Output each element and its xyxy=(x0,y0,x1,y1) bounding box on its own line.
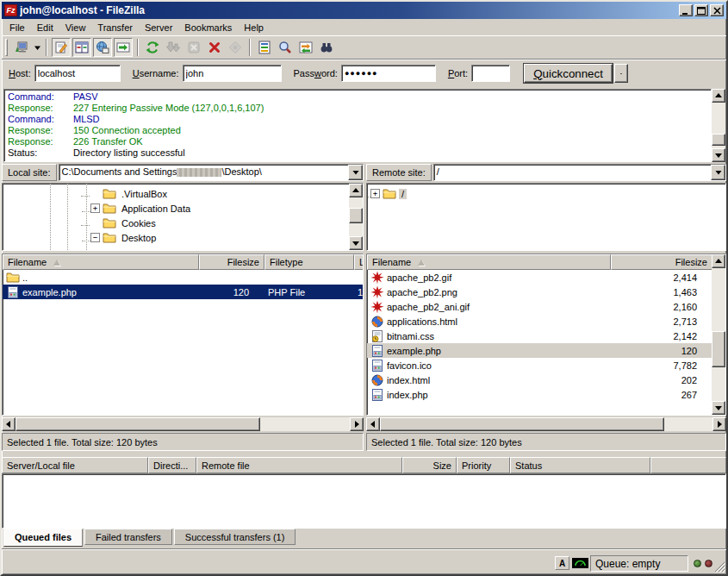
remote-scroll-right-button[interactable] xyxy=(712,417,726,431)
expand-plus-icon[interactable]: + xyxy=(370,189,380,198)
port-label: Port: xyxy=(448,68,468,78)
log-scrollbar[interactable] xyxy=(712,89,725,162)
toggle-remote-tree-button[interactable] xyxy=(93,38,112,57)
file-row-example-php[interactable]: example.php120 xyxy=(367,343,725,358)
column-header-filename[interactable]: Filename xyxy=(367,254,611,270)
menu-item-help[interactable]: Help xyxy=(238,21,270,34)
toggle-message-log-button[interactable] xyxy=(52,38,71,57)
column-header-filename[interactable]: Filename xyxy=(3,254,199,270)
toolbar-grip[interactable] xyxy=(5,39,8,56)
close-button[interactable] xyxy=(710,4,724,16)
queue-column-server-local-file[interactable]: Server/Local file xyxy=(2,457,148,473)
remote-scroll-down-button[interactable] xyxy=(712,401,725,415)
file-row-favicon-ico[interactable]: favicon.ico7,782 xyxy=(367,358,725,373)
refresh-button[interactable] xyxy=(143,38,162,57)
site-manager-button[interactable] xyxy=(12,38,31,57)
file-row-apache-pb2-png[interactable]: apache_pb2.png1,463 xyxy=(367,285,725,299)
find-files-button[interactable] xyxy=(317,38,336,57)
remote-scroll-thumb[interactable] xyxy=(712,331,725,367)
local-hscroll-thumb[interactable] xyxy=(16,417,260,431)
remote-hscrollbar[interactable] xyxy=(366,417,726,431)
maximize-button[interactable] xyxy=(694,4,708,16)
local-hscrollbar[interactable] xyxy=(2,417,364,431)
folder-icon xyxy=(383,187,396,201)
minimize-button[interactable] xyxy=(679,4,693,16)
log-scroll-down-button[interactable] xyxy=(712,148,725,162)
menu-item-view[interactable]: View xyxy=(59,21,92,34)
queue-column-size[interactable]: Size xyxy=(402,457,457,473)
remote-site-row: Remote site: / xyxy=(366,164,726,181)
tree-item--[interactable]: +/ xyxy=(367,186,725,201)
quickconnect-button[interactable]: Quickconnect xyxy=(524,64,613,83)
file-row--[interactable]: .. xyxy=(3,270,363,285)
local-scroll-right-button[interactable] xyxy=(350,417,364,431)
collapse-minus-icon[interactable]: − xyxy=(90,233,100,242)
log-scroll-up-button[interactable] xyxy=(712,89,725,103)
toggle-transfer-queue-button[interactable] xyxy=(114,38,133,57)
username-label: Username: xyxy=(133,68,179,78)
quickconnect-dropdown-button[interactable] xyxy=(614,64,628,83)
host-input[interactable] xyxy=(34,65,121,82)
expand-plus-icon[interactable]: + xyxy=(90,203,100,213)
remote-path-value[interactable]: / xyxy=(434,165,711,180)
remote-scroll-left-button[interactable] xyxy=(366,417,380,431)
resize-grip[interactable] xyxy=(714,561,725,574)
queue-column-remote-file[interactable]: Remote file xyxy=(196,457,402,473)
tree-item-application-data[interactable]: +Application Data xyxy=(3,201,363,216)
directory-comparison-button[interactable] xyxy=(276,38,295,57)
port-input[interactable] xyxy=(471,65,510,82)
disconnect-button[interactable] xyxy=(205,38,224,57)
site-manager-dropdown-button[interactable] xyxy=(32,38,42,57)
file-row-index-html[interactable]: index.html202 xyxy=(367,373,725,387)
queue-column-directi-[interactable]: Directi... xyxy=(148,457,196,473)
local-path-value[interactable]: C:\Documents and Settings\Desktop\ xyxy=(59,165,348,180)
file-row-apache-pb2-ani-gif[interactable]: apache_pb2_ani.gif2,160 xyxy=(367,299,725,314)
menu-item-transfer[interactable]: Transfer xyxy=(91,21,139,34)
toggle-local-tree-button[interactable] xyxy=(72,38,91,57)
file-row-applications-html[interactable]: applications.html2,713 xyxy=(367,314,725,329)
remote-hscroll-thumb[interactable] xyxy=(380,417,664,431)
column-header-filesize[interactable]: Filesize xyxy=(199,254,264,270)
local-site-combobox[interactable]: C:\Documents and Settings\Desktop\ xyxy=(59,164,364,181)
remote-list-scrollbar[interactable] xyxy=(712,254,725,415)
file-row-apache-pb2-gif[interactable]: apache_pb2.gif2,414 xyxy=(367,270,725,285)
local-tree-scroll-thumb[interactable] xyxy=(349,208,363,223)
menu-item-server[interactable]: Server xyxy=(139,21,178,34)
log-line-text: 226 Transfer OK xyxy=(73,136,143,147)
directory-filter-button[interactable] xyxy=(255,38,274,57)
column-header-filesize[interactable]: Filesize xyxy=(611,254,712,270)
remote-site-combobox[interactable]: / xyxy=(433,164,726,181)
app-icon[interactable]: Fz xyxy=(4,4,17,16)
log-line: Response:150 Connection accepted xyxy=(8,125,711,136)
menu-item-bookmarks[interactable]: Bookmarks xyxy=(178,21,238,34)
arrow-down-icon xyxy=(715,152,722,159)
menu-item-edit[interactable]: Edit xyxy=(31,21,59,34)
local-tree-scrollbar[interactable] xyxy=(349,184,363,250)
local-tree-scroll-up-button[interactable] xyxy=(349,184,363,197)
file-row-index-php[interactable]: index.php267 xyxy=(367,387,725,402)
local-tree-scroll-down-button[interactable] xyxy=(349,236,363,250)
activity-led-green xyxy=(694,560,701,567)
menu-item-file[interactable]: File xyxy=(3,21,31,34)
tree-item-desktop[interactable]: −Desktop xyxy=(3,230,363,245)
username-input[interactable] xyxy=(183,65,282,82)
queue-column-status[interactable]: Status xyxy=(510,457,650,473)
tab-queued-files[interactable]: Queued files xyxy=(3,529,83,547)
remote-path-dropdown-button[interactable] xyxy=(711,165,725,180)
remote-scroll-up-button[interactable] xyxy=(712,254,725,268)
synchronized-browsing-button[interactable] xyxy=(296,38,315,57)
password-input[interactable] xyxy=(341,65,436,82)
file-row-bitnami-css[interactable]: bitnami.css2,142 xyxy=(367,329,725,343)
file-modified-cell: 1 xyxy=(354,285,363,299)
tab-failed-transfers[interactable]: Failed transfers xyxy=(84,529,172,545)
tree-item--virtualbox[interactable]: .VirtualBox xyxy=(3,186,363,201)
local-path-dropdown-button[interactable] xyxy=(348,165,363,180)
column-header-filetype[interactable]: Filetype xyxy=(264,254,354,270)
column-header-l[interactable]: L xyxy=(354,254,364,270)
queue-column-priority[interactable]: Priority xyxy=(457,457,510,473)
tree-item-cookies[interactable]: Cookies xyxy=(3,216,363,230)
local-scroll-left-button[interactable] xyxy=(2,417,16,431)
tab-successful-transfers-1-[interactable]: Successful transfers (1) xyxy=(174,529,296,545)
log-scroll-thumb[interactable] xyxy=(712,134,725,146)
file-row-example-php[interactable]: example.php120PHP File1 xyxy=(3,285,363,299)
